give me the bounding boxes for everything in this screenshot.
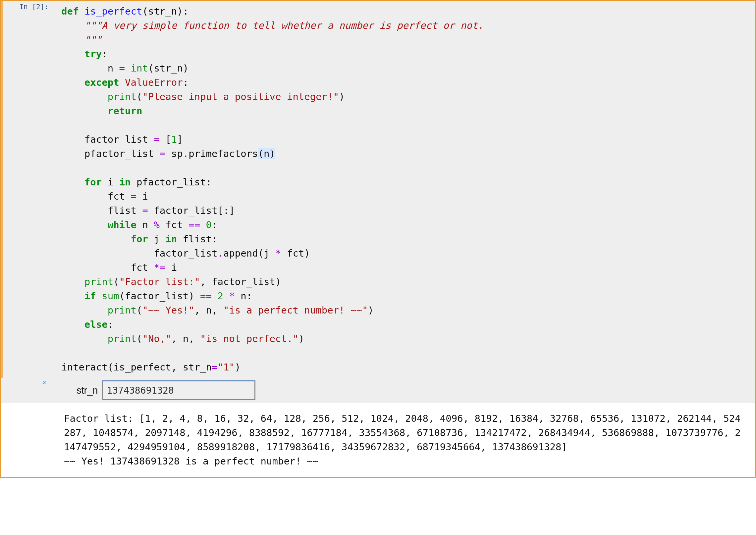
code-editor[interactable]: def is_perfect(str_n): """A very simple … xyxy=(52,1,755,378)
widget-label: str_n xyxy=(77,385,98,396)
output-area: Factor list: [1, 2, 4, 8, 16, 32, 64, 12… xyxy=(1,403,755,477)
input-area: In [2]: def is_perfect(str_n): """A very… xyxy=(1,1,755,378)
notebook-cell: In [2]: def is_perfect(str_n): """A very… xyxy=(0,0,756,478)
str-n-input[interactable] xyxy=(102,381,255,400)
interact-widget-row: × str_n xyxy=(1,378,755,403)
close-icon[interactable]: × xyxy=(42,379,49,386)
input-prompt: In [2]: xyxy=(3,1,52,378)
